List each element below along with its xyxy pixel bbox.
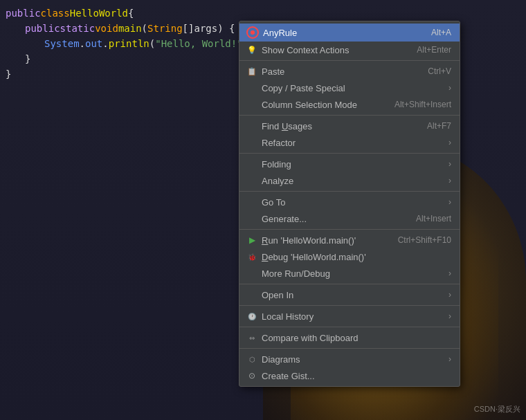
keyword-class: class xyxy=(41,6,70,21)
local-history-icon: 🕐 xyxy=(246,311,257,322)
create-gist-left: ⊙ Create Gist... xyxy=(246,370,315,381)
column-selection-left: Column Selection Mode xyxy=(246,99,357,110)
folding-left: Folding xyxy=(246,158,291,170)
menu-item-diagrams[interactable]: ⬡ Diagrams › xyxy=(239,351,460,367)
watermark: CSDN·梁反兴 xyxy=(474,404,520,414)
keyword-static: static xyxy=(60,21,96,36)
code-line-5: } xyxy=(6,66,255,82)
paste-left: 📋 Paste xyxy=(246,66,284,77)
copy-paste-special-icon xyxy=(246,82,257,93)
more-run-debug-icon xyxy=(246,268,257,279)
menu-item-more-run-debug[interactable]: More Run/Debug › xyxy=(239,265,460,282)
println: println xyxy=(109,36,149,51)
goto-left: Go To xyxy=(246,197,285,208)
show-context-actions-shortcut: Alt+Enter xyxy=(417,45,451,55)
local-history-arrow: › xyxy=(448,311,451,321)
copy-paste-special-arrow: › xyxy=(448,83,451,93)
dot2: . xyxy=(102,36,108,51)
anyrule-label: AnyRule xyxy=(263,28,297,38)
separator-1 xyxy=(239,60,460,61)
folding-icon xyxy=(246,158,257,170)
separator-9 xyxy=(239,348,460,349)
code-line-4: } xyxy=(6,51,255,66)
code-line-2: public static void main ( String [] args… xyxy=(6,21,255,36)
analyze-label: Analyze xyxy=(262,176,293,186)
out: out xyxy=(85,36,102,51)
refactor-label: Refactor xyxy=(262,138,296,148)
paste-shortcut: Ctrl+V xyxy=(428,66,451,76)
generate-shortcut: Alt+Insert xyxy=(416,214,451,223)
open-in-left: Open In xyxy=(246,289,293,300)
menu-item-goto[interactable]: Go To › xyxy=(239,194,460,210)
paren-open: ( xyxy=(142,21,147,36)
menu-item-create-gist[interactable]: ⊙ Create Gist... xyxy=(239,367,460,384)
local-history-left: 🕐 Local History xyxy=(246,311,314,322)
column-selection-icon xyxy=(246,99,257,110)
menu-item-compare-clipboard[interactable]: ⇔ Compare with Clipboard xyxy=(239,329,460,346)
menu-item-folding[interactable]: Folding › xyxy=(239,156,460,172)
open-in-label: Open In xyxy=(262,290,293,300)
separator-6 xyxy=(239,284,460,284)
dot1: . xyxy=(80,36,85,51)
method-name: main xyxy=(118,21,142,36)
menu-item-column-selection[interactable]: Column Selection Mode Alt+Shift+Insert xyxy=(239,96,460,113)
menu-item-open-in[interactable]: Open In › xyxy=(239,286,460,303)
refactor-arrow: › xyxy=(448,138,451,147)
menu-item-copy-paste-special[interactable]: Copy / Paste Special › xyxy=(239,80,460,96)
paren2: ( xyxy=(149,36,155,51)
keyword-public2: public xyxy=(25,21,60,36)
lightbulb-icon: 💡 xyxy=(246,44,257,55)
menu-item-analyze[interactable]: Analyze › xyxy=(239,172,460,189)
paste-icon: 📋 xyxy=(246,66,257,77)
github-icon: ⊙ xyxy=(246,370,257,381)
more-run-debug-arrow: › xyxy=(448,268,451,278)
run-left: ▶ Run 'HelloWorld.main()' xyxy=(246,235,356,246)
open-in-arrow: › xyxy=(448,290,451,300)
column-selection-shortcut: Alt+Shift+Insert xyxy=(394,100,451,109)
brackets: [] xyxy=(183,21,194,36)
menu-item-anyrule[interactable]: AnyRule Alt+A xyxy=(239,24,460,42)
menu-item-local-history[interactable]: 🕐 Local History › xyxy=(239,308,460,325)
code-area: public class HelloWorld { public static … xyxy=(6,6,255,82)
refactor-left: Refactor xyxy=(246,137,296,148)
run-icon: ▶ xyxy=(246,235,257,246)
menu-item-find-usages[interactable]: Find Usages Alt+F7 xyxy=(239,118,460,134)
menu-item-debug[interactable]: 🐞 Debug 'HelloWorld.main()' xyxy=(239,248,460,265)
goto-arrow: › xyxy=(448,197,451,207)
folding-label: Folding xyxy=(262,159,291,170)
column-selection-label: Column Selection Mode xyxy=(262,100,357,110)
compare-clipboard-left: ⇔ Compare with Clipboard xyxy=(246,332,358,343)
run-shortcut: Ctrl+Shift+F10 xyxy=(398,235,451,245)
copy-paste-special-left: Copy / Paste Special xyxy=(246,82,345,93)
menu-item-paste[interactable]: 📋 Paste Ctrl+V xyxy=(239,63,460,80)
menu-item-run[interactable]: ▶ Run 'HelloWorld.main()' Ctrl+Shift+F10 xyxy=(239,232,460,248)
brace-close2: } xyxy=(6,66,11,82)
refactor-icon xyxy=(246,137,257,148)
code-line-1: public class HelloWorld { xyxy=(6,6,255,21)
menu-item-generate[interactable]: Generate... Alt+Insert xyxy=(239,210,460,227)
more-run-debug-left: More Run/Debug xyxy=(246,268,330,279)
menu-item-refactor[interactable]: Refactor › xyxy=(239,134,460,151)
brace-open: { xyxy=(128,6,134,21)
create-gist-label: Create Gist... xyxy=(262,371,315,381)
analyze-icon xyxy=(246,175,257,186)
run-label: Run 'HelloWorld.main()' xyxy=(262,235,356,246)
debug-icon: 🐞 xyxy=(246,251,257,262)
find-usages-icon xyxy=(246,120,257,131)
brace-close1: } xyxy=(25,51,30,66)
find-usages-left: Find Usages xyxy=(246,120,312,131)
keyword-public: public xyxy=(6,6,41,21)
compare-icon: ⇔ xyxy=(246,332,257,343)
find-usages-label: Find Usages xyxy=(262,121,312,131)
code-line-3: System . out . println ( "Hello, World!"… xyxy=(6,36,255,51)
generate-left: Generate... xyxy=(246,213,307,224)
more-run-debug-label: More Run/Debug xyxy=(262,268,330,279)
type-string: String xyxy=(147,21,183,36)
menu-item-show-context-actions[interactable]: 💡 Show Context Actions Alt+Enter xyxy=(239,42,460,58)
string-literal: "Hello, World!" xyxy=(155,36,242,51)
diagrams-left: ⬡ Diagrams xyxy=(246,354,300,365)
separator-7 xyxy=(239,305,460,306)
diagrams-label: Diagrams xyxy=(262,354,300,365)
anyrule-shortcut: Alt+A xyxy=(431,28,451,37)
show-context-actions-label: Show Context Actions xyxy=(262,45,349,55)
